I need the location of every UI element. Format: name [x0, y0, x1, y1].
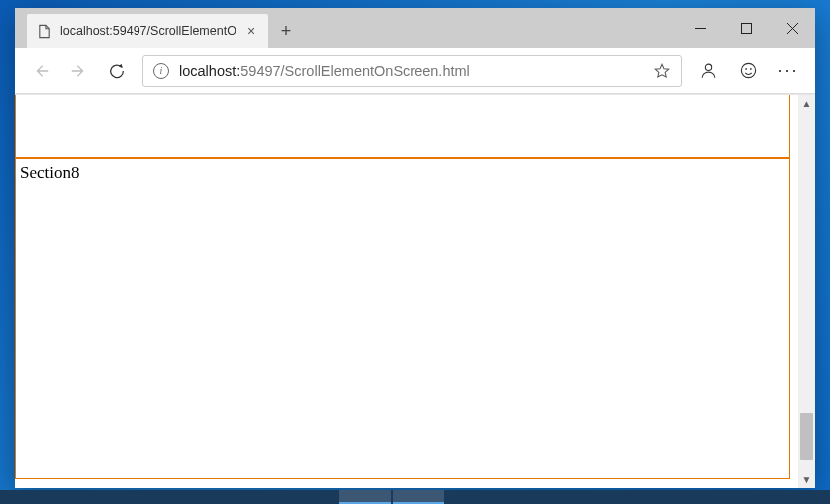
- toolbar: i localhost:59497/ScrollElementOnScreen.…: [15, 48, 815, 94]
- tab-title: localhost:59497/ScrollElementO: [60, 24, 236, 38]
- section-previous: [15, 95, 790, 158]
- site-info-icon[interactable]: i: [153, 63, 169, 79]
- favorite-icon[interactable]: [653, 62, 671, 80]
- svg-point-3: [745, 68, 747, 70]
- more-button[interactable]: ···: [769, 53, 807, 89]
- section-8: Section8: [15, 158, 790, 479]
- content-area: Section8 ▲ ▼: [15, 94, 815, 488]
- minimize-button[interactable]: [678, 12, 723, 44]
- refresh-button[interactable]: [99, 53, 135, 89]
- url-text: localhost:59497/ScrollElementOnScreen.ht…: [179, 63, 470, 79]
- section-label: Section8: [20, 163, 80, 182]
- scroll-thumb[interactable]: [800, 413, 813, 460]
- svg-rect-0: [741, 23, 751, 33]
- address-bar[interactable]: i localhost:59497/ScrollElementOnScreen.…: [142, 55, 682, 87]
- close-button[interactable]: [769, 12, 815, 44]
- feedback-button[interactable]: [729, 53, 767, 89]
- scroll-up-button[interactable]: ▲: [798, 95, 815, 112]
- new-tab-button[interactable]: +: [268, 14, 304, 48]
- window-controls: [678, 8, 815, 48]
- svg-point-4: [750, 68, 752, 70]
- taskbar[interactable]: [0, 490, 830, 504]
- forward-button[interactable]: [61, 53, 97, 89]
- scroll-down-button[interactable]: ▼: [798, 471, 815, 488]
- page-viewport[interactable]: Section8: [15, 95, 798, 488]
- profile-button[interactable]: [690, 53, 727, 89]
- taskbar-item[interactable]: [339, 490, 391, 504]
- scroll-track[interactable]: [798, 112, 815, 471]
- url-host: localhost:: [179, 63, 240, 79]
- tab-active[interactable]: localhost:59497/ScrollElementO ×: [27, 14, 268, 48]
- title-bar-drag[interactable]: [304, 8, 678, 48]
- page-icon: [37, 24, 52, 39]
- svg-point-2: [741, 63, 755, 77]
- title-bar: localhost:59497/ScrollElementO × +: [15, 8, 815, 48]
- back-button[interactable]: [23, 53, 59, 89]
- close-icon[interactable]: ×: [244, 24, 258, 38]
- more-icon: ···: [777, 60, 798, 81]
- svg-point-1: [705, 64, 711, 70]
- maximize-button[interactable]: [723, 12, 769, 44]
- vertical-scrollbar[interactable]: ▲ ▼: [798, 95, 815, 488]
- taskbar-item[interactable]: [393, 490, 444, 504]
- browser-window: localhost:59497/ScrollElementO × +: [15, 8, 815, 488]
- url-path: 59497/ScrollElementOnScreen.html: [240, 63, 470, 79]
